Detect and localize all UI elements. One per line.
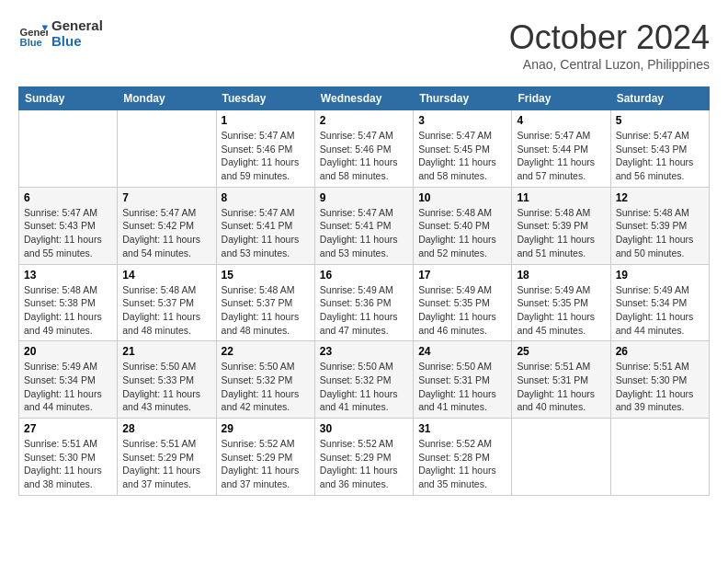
- day-info: Sunrise: 5:47 AMSunset: 5:41 PMDaylight:…: [222, 206, 310, 260]
- calendar-cell: 14Sunrise: 5:48 AMSunset: 5:37 PMDayligh…: [118, 264, 216, 341]
- day-number: 30: [320, 422, 408, 435]
- calendar-cell: 7Sunrise: 5:47 AMSunset: 5:42 PMDaylight…: [118, 187, 216, 264]
- daylight-text: Daylight: 11 hours and 42 minutes.: [222, 387, 310, 414]
- location: Anao, Central Luzon, Philippines: [509, 57, 710, 72]
- sunrise-text: Sunrise: 5:48 AM: [616, 206, 704, 220]
- day-number: 24: [418, 345, 506, 358]
- day-number: 31: [418, 422, 506, 435]
- sunrise-text: Sunrise: 5:48 AM: [418, 206, 506, 220]
- day-number: 26: [616, 345, 704, 358]
- daylight-text: Daylight: 11 hours and 53 minutes.: [320, 233, 408, 259]
- daylight-text: Daylight: 11 hours and 47 minutes.: [320, 310, 408, 337]
- daylight-text: Daylight: 11 hours and 57 minutes.: [517, 155, 605, 182]
- daylight-text: Daylight: 11 hours and 58 minutes.: [320, 155, 408, 182]
- calendar-cell: [610, 419, 709, 496]
- sunrise-text: Sunrise: 5:47 AM: [320, 206, 408, 220]
- sunset-text: Sunset: 5:32 PM: [222, 373, 310, 387]
- day-info: Sunrise: 5:48 AMSunset: 5:39 PMDaylight:…: [616, 206, 704, 260]
- calendar-cell: 3Sunrise: 5:47 AMSunset: 5:45 PMDaylight…: [414, 110, 512, 188]
- sunset-text: Sunset: 5:44 PM: [517, 143, 605, 156]
- sunrise-text: Sunrise: 5:47 AM: [222, 206, 310, 220]
- day-number: 5: [616, 114, 704, 127]
- day-number: 17: [418, 269, 506, 282]
- sunset-text: Sunset: 5:37 PM: [122, 296, 210, 310]
- sunrise-text: Sunrise: 5:47 AM: [418, 129, 506, 143]
- sunrise-text: Sunrise: 5:49 AM: [418, 283, 506, 297]
- calendar: SundayMondayTuesdayWednesdayThursdayFrid…: [18, 86, 710, 496]
- sunset-text: Sunset: 5:41 PM: [222, 219, 310, 233]
- sunset-text: Sunset: 5:35 PM: [418, 296, 506, 310]
- daylight-text: Daylight: 11 hours and 56 minutes.: [616, 155, 704, 182]
- calendar-cell: 8Sunrise: 5:47 AMSunset: 5:41 PMDaylight…: [216, 187, 314, 264]
- sunset-text: Sunset: 5:29 PM: [320, 451, 408, 465]
- day-number: 21: [122, 345, 210, 358]
- day-info: Sunrise: 5:48 AMSunset: 5:39 PMDaylight:…: [517, 206, 605, 260]
- day-number: 4: [517, 114, 605, 127]
- daylight-text: Daylight: 11 hours and 59 minutes.: [222, 155, 310, 182]
- daylight-text: Daylight: 11 hours and 52 minutes.: [418, 233, 506, 259]
- daylight-text: Daylight: 11 hours and 43 minutes.: [122, 387, 210, 414]
- day-number: 11: [517, 191, 605, 204]
- sunset-text: Sunset: 5:36 PM: [320, 296, 408, 310]
- day-number: 22: [222, 345, 310, 358]
- day-info: Sunrise: 5:50 AMSunset: 5:33 PMDaylight:…: [122, 360, 210, 414]
- daylight-text: Daylight: 11 hours and 41 minutes.: [320, 387, 408, 414]
- calendar-week-3: 13Sunrise: 5:48 AMSunset: 5:38 PMDayligh…: [19, 264, 710, 341]
- calendar-cell: 2Sunrise: 5:47 AMSunset: 5:46 PMDaylight…: [314, 110, 413, 188]
- logo-line2: Blue: [51, 34, 103, 50]
- day-info: Sunrise: 5:48 AMSunset: 5:37 PMDaylight:…: [122, 283, 210, 338]
- sunrise-text: Sunrise: 5:48 AM: [24, 283, 112, 297]
- calendar-week-2: 6Sunrise: 5:47 AMSunset: 5:43 PMDaylight…: [19, 187, 710, 264]
- sunset-text: Sunset: 5:29 PM: [122, 451, 210, 465]
- day-info: Sunrise: 5:49 AMSunset: 5:36 PMDaylight:…: [320, 283, 408, 338]
- sunset-text: Sunset: 5:33 PM: [122, 373, 210, 387]
- sunrise-text: Sunrise: 5:50 AM: [418, 360, 506, 373]
- weekday-header-friday: Friday: [512, 87, 610, 110]
- calendar-cell: 13Sunrise: 5:48 AMSunset: 5:38 PMDayligh…: [19, 264, 118, 341]
- day-number: 1: [222, 114, 310, 127]
- title-block: October 2024 Anao, Central Luzon, Philip…: [509, 18, 710, 72]
- weekday-header-saturday: Saturday: [610, 87, 709, 110]
- day-info: Sunrise: 5:47 AMSunset: 5:45 PMDaylight:…: [418, 129, 506, 183]
- day-info: Sunrise: 5:51 AMSunset: 5:29 PMDaylight:…: [122, 437, 210, 491]
- day-info: Sunrise: 5:47 AMSunset: 5:41 PMDaylight:…: [320, 206, 408, 260]
- day-info: Sunrise: 5:49 AMSunset: 5:35 PMDaylight:…: [418, 283, 506, 338]
- day-number: 28: [122, 422, 210, 435]
- sunrise-text: Sunrise: 5:48 AM: [517, 206, 605, 220]
- day-info: Sunrise: 5:52 AMSunset: 5:29 PMDaylight:…: [222, 437, 310, 491]
- day-number: 20: [24, 345, 112, 358]
- sunset-text: Sunset: 5:46 PM: [222, 143, 310, 156]
- day-info: Sunrise: 5:48 AMSunset: 5:37 PMDaylight:…: [222, 283, 310, 338]
- sunrise-text: Sunrise: 5:47 AM: [320, 129, 408, 143]
- day-info: Sunrise: 5:50 AMSunset: 5:32 PMDaylight:…: [222, 360, 310, 414]
- calendar-cell: 29Sunrise: 5:52 AMSunset: 5:29 PMDayligh…: [216, 419, 314, 496]
- day-info: Sunrise: 5:50 AMSunset: 5:31 PMDaylight:…: [418, 360, 506, 414]
- daylight-text: Daylight: 11 hours and 49 minutes.: [24, 310, 112, 337]
- sunrise-text: Sunrise: 5:49 AM: [24, 360, 112, 373]
- calendar-cell: 31Sunrise: 5:52 AMSunset: 5:28 PMDayligh…: [414, 419, 512, 496]
- weekday-header-thursday: Thursday: [414, 87, 512, 110]
- day-number: 13: [24, 269, 112, 282]
- day-number: 23: [320, 345, 408, 358]
- sunset-text: Sunset: 5:30 PM: [616, 373, 704, 387]
- sunrise-text: Sunrise: 5:47 AM: [222, 129, 310, 143]
- day-number: 3: [418, 114, 506, 127]
- day-info: Sunrise: 5:47 AMSunset: 5:44 PMDaylight:…: [517, 129, 605, 183]
- calendar-cell: 11Sunrise: 5:48 AMSunset: 5:39 PMDayligh…: [512, 187, 610, 264]
- day-info: Sunrise: 5:47 AMSunset: 5:42 PMDaylight:…: [122, 206, 210, 260]
- daylight-text: Daylight: 11 hours and 53 minutes.: [222, 233, 310, 259]
- weekday-header-monday: Monday: [118, 87, 216, 110]
- day-info: Sunrise: 5:50 AMSunset: 5:32 PMDaylight:…: [320, 360, 408, 414]
- calendar-cell: 25Sunrise: 5:51 AMSunset: 5:31 PMDayligh…: [512, 341, 610, 419]
- logo-icon: General Blue: [18, 19, 48, 49]
- daylight-text: Daylight: 11 hours and 37 minutes.: [122, 464, 210, 490]
- sunrise-text: Sunrise: 5:48 AM: [122, 283, 210, 297]
- calendar-cell: 15Sunrise: 5:48 AMSunset: 5:37 PMDayligh…: [216, 264, 314, 341]
- sunrise-text: Sunrise: 5:49 AM: [616, 283, 704, 297]
- sunset-text: Sunset: 5:43 PM: [616, 143, 704, 156]
- daylight-text: Daylight: 11 hours and 48 minutes.: [122, 310, 210, 337]
- calendar-cell: [118, 110, 216, 188]
- sunset-text: Sunset: 5:34 PM: [24, 373, 112, 387]
- sunrise-text: Sunrise: 5:49 AM: [517, 283, 605, 297]
- daylight-text: Daylight: 11 hours and 46 minutes.: [418, 310, 506, 337]
